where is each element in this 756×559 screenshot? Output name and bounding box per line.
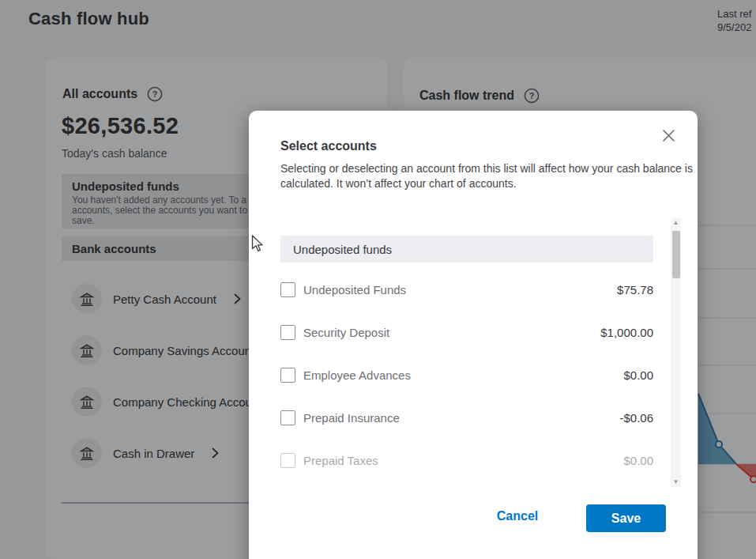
account-checkbox-row: Prepaid Taxes $0.00 [280, 439, 653, 482]
list-scrollbar[interactable]: ▲ ▼ [671, 218, 681, 487]
account-group-header: Undeposited funds [280, 236, 653, 263]
account-label: Security Deposit [303, 326, 389, 339]
account-amount: $0.00 [623, 368, 653, 382]
checkbox-employee-advances[interactable] [280, 368, 295, 383]
account-checkbox-row: Undeposited Funds $75.78 [280, 268, 653, 311]
cancel-button[interactable]: Cancel [486, 509, 549, 523]
screen: Cash flow hub Last ref 9/5/202 All accou… [0, 0, 756, 559]
account-checkbox-row: Employee Advances $0.00 [280, 353, 653, 396]
account-amount: $1,000.00 [600, 326, 653, 339]
save-button[interactable]: Save [586, 504, 666, 532]
checkbox-undeposited-funds[interactable] [280, 282, 295, 297]
checkbox-prepaid-taxes[interactable] [280, 453, 295, 468]
account-amount: -$0.06 [619, 411, 653, 425]
account-label: Undeposited Funds [303, 283, 406, 296]
checkbox-prepaid-insurance[interactable] [280, 410, 295, 425]
close-icon[interactable] [659, 126, 678, 145]
account-label: Employee Advances [303, 368, 411, 382]
select-accounts-dialog: Select accounts Selecting or deselecting… [249, 111, 698, 559]
scroll-down-arrow-icon[interactable]: ▼ [671, 478, 681, 487]
account-checkbox-row: Security Deposit $1,000.00 [280, 311, 653, 353]
dialog-title: Select accounts [280, 139, 377, 153]
account-amount: $75.78 [617, 283, 653, 296]
dialog-description: Selecting or deselecting an account from… [280, 161, 694, 191]
account-checkbox-row: Prepaid Insurance -$0.06 [280, 396, 653, 439]
account-amount: $0.00 [623, 454, 653, 467]
account-label: Prepaid Insurance [303, 411, 400, 425]
scrollbar-thumb[interactable] [672, 231, 680, 278]
scroll-up-arrow-icon[interactable]: ▲ [671, 218, 681, 228]
account-label: Prepaid Taxes [303, 454, 378, 467]
checkbox-security-deposit[interactable] [280, 325, 295, 340]
